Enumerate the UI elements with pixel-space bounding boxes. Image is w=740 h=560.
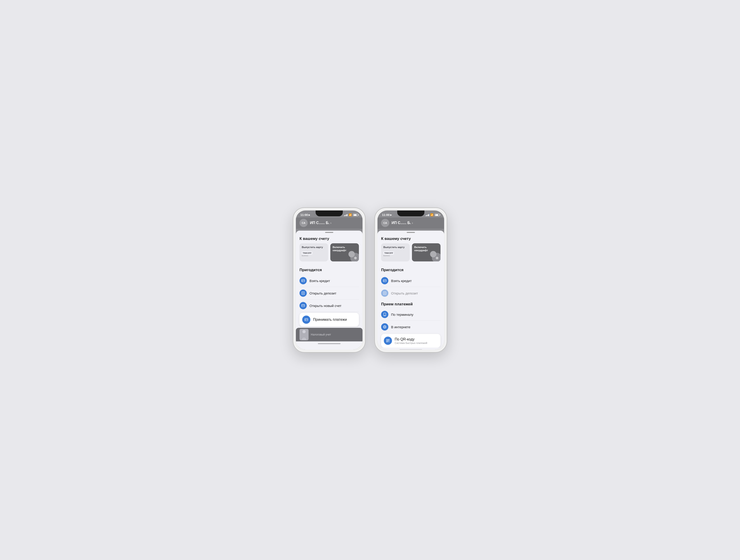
home-indicator-2 (377, 347, 444, 350)
svg-rect-28 (387, 341, 387, 342)
svg-rect-8 (305, 319, 308, 321)
sheet-1: К вашему счету Выпустить карту TINKOFF B… (296, 231, 363, 350)
list-icon-qr (384, 337, 392, 345)
cards-row-1: Выпустить карту TINKOFF Business Включит… (296, 243, 363, 264)
bar2-2 (427, 215, 427, 216)
list-item-account-1[interactable]: Открыть новый счет (299, 300, 359, 312)
card-overdraft-1[interactable]: Включить овердрафт ⊕ (330, 243, 359, 261)
list-icon-payments-1 (302, 316, 310, 324)
battery-fill-1 (354, 214, 357, 216)
section-title-account-1: К вашему счету (296, 233, 363, 243)
qr-text-block: По QR-коду Система быстрых платежей (395, 337, 427, 344)
card-issue-label-2: Выпустить карту (383, 246, 407, 249)
avatar-1: CA (299, 219, 308, 227)
list-section-1: Взять кредит Открыть депозит (296, 274, 363, 326)
list-section-2a: Взять кредит Открыть депозит (377, 274, 444, 299)
header-company-2: ИП С...... Б. (391, 221, 411, 225)
highlighted-row-1[interactable]: Принимать платежи (299, 313, 359, 326)
overdraft-graphic-2: ⊕ (432, 253, 441, 261)
bar-3 (346, 215, 347, 216)
section-title-useful-2: Пригодится (377, 264, 444, 274)
battery-fill-2 (435, 214, 439, 216)
payments-icon-1 (304, 318, 308, 321)
avatar-2: CA (381, 219, 389, 227)
bar-4 (347, 214, 348, 216)
notch-2 (397, 210, 425, 216)
status-icons-2: 📶 (426, 213, 440, 216)
list-label-credit-2: Взять кредит (391, 279, 412, 283)
wifi-icon-2: 📶 (430, 213, 434, 216)
status-icons-1: 📶 (344, 213, 358, 216)
list-item-credit-1[interactable]: Взять кредит (299, 274, 359, 287)
list-item-deposit-2[interactable]: Открыть депозит (381, 287, 441, 299)
home-bar-1 (318, 343, 341, 344)
list-sublabel-qr: Система быстрых платежей (395, 342, 427, 344)
notch-1 (315, 210, 343, 216)
card-overdraft-2[interactable]: Включить овердрафт ⊕ (412, 243, 441, 261)
deposit-icon-1 (301, 291, 305, 295)
credit-icon-1 (301, 279, 305, 283)
qr-icon (386, 339, 390, 343)
app-content-1: CA ИП С...... Б. › К вашему счету В (296, 217, 363, 350)
list-label-account-1: Открыть новый счет (309, 304, 342, 308)
sheet-2: К вашему счету Выпустить карту TINKOFF B… (377, 231, 444, 350)
list-icon-internet (381, 323, 388, 331)
phone-screen-2: 11:00 ▶ 📶 (377, 210, 444, 350)
svg-rect-12 (383, 279, 386, 282)
home-indicator-1 (296, 341, 363, 346)
header-title-2: ИП С...... Б. › (391, 221, 413, 225)
credit-icon-2 (383, 279, 386, 283)
phone-2: 11:00 ▶ 📶 (375, 208, 447, 352)
card-issue-1[interactable]: Выпустить карту TINKOFF Business (299, 243, 328, 261)
card-issue-2[interactable]: Выпустить карту TINKOFF Business (381, 243, 410, 261)
signal-bars-1 (344, 214, 348, 216)
header-title-1: ИП С...... Б. › (310, 221, 332, 225)
section-title-useful-1: Пригодится (296, 264, 363, 274)
bar-2 (345, 215, 346, 216)
bar2-1 (426, 215, 426, 216)
battery-icon-2 (435, 214, 440, 216)
overdraft-graphic-1: ⊕ (350, 253, 359, 261)
list-label-deposit-1: Открыть депозит (309, 291, 337, 295)
internet-icon (383, 325, 386, 329)
phone-screen-1: 11:00 ▶ 📶 (296, 210, 363, 350)
list-icon-terminal (381, 311, 388, 318)
list-icon-deposit-2 (381, 290, 388, 297)
phone-1: 11:00 ▶ 📶 (293, 208, 365, 352)
account-icon-1 (301, 304, 305, 307)
list-label-terminal: По терминалу (391, 313, 413, 317)
tinkoff-logo-2: TINKOFF (383, 251, 394, 255)
list-item-deposit-1[interactable]: Открыть депозит (299, 287, 359, 300)
status-time-1: 11:00 (300, 213, 308, 217)
svg-rect-6 (301, 305, 304, 307)
status-time-2: 11:00 (382, 213, 389, 217)
battery-icon-1 (353, 214, 358, 216)
bar2-4 (429, 214, 429, 216)
card-overdraft-label-2: Включить овердрафт (414, 246, 438, 252)
deposit-icon-2 (383, 291, 386, 295)
list-label-deposit-2: Открыть депозит (391, 291, 418, 295)
plus-icon-2: ⊕ (436, 256, 439, 260)
tinkoff-logo-1: TINKOFF (302, 251, 312, 255)
bottom-thumb-1: Налоговый учет (296, 328, 363, 341)
header-chevron-2[interactable]: › (412, 221, 413, 225)
location-icon-1: ▶ (308, 214, 310, 216)
header-chevron-1[interactable]: › (330, 221, 332, 225)
header-company-1: ИП С...... Б. (310, 221, 330, 225)
svg-rect-14 (384, 281, 384, 281)
priem-section: Прием платежей По терминалу (377, 299, 444, 347)
section-title-account-2: К вашему счету (377, 233, 444, 243)
list-icon-account-1 (299, 302, 307, 309)
phone-frame-2: 11:00 ▶ 📶 (375, 208, 447, 352)
list-item-internet[interactable]: В интернете (381, 321, 441, 333)
svg-rect-24 (387, 340, 387, 340)
list-label-internet: В интернете (391, 325, 410, 329)
svg-rect-31 (389, 341, 389, 342)
card-issue-label-1: Выпустить карту (302, 246, 326, 249)
svg-rect-29 (388, 341, 389, 341)
phone-frame-1: 11:00 ▶ 📶 (293, 208, 365, 352)
list-label-payments-1: Принимать платежи (313, 318, 347, 322)
list-item-terminal[interactable]: По терминалу (381, 308, 441, 321)
highlighted-row-qr[interactable]: По QR-коду Система быстрых платежей (381, 334, 441, 347)
list-item-credit-2[interactable]: Взять кредит (381, 274, 441, 287)
